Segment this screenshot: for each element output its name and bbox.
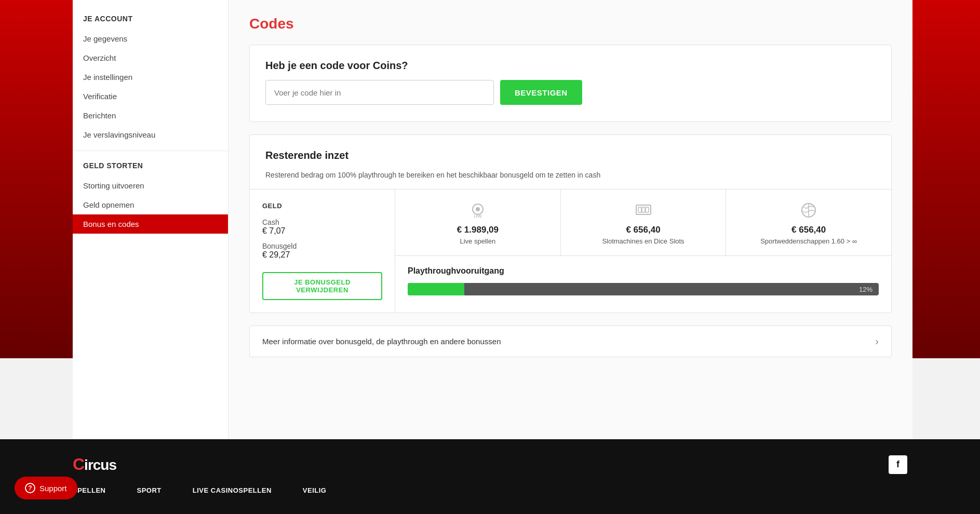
codes-heading: Heb je een code voor Coins? — [265, 60, 876, 72]
right-decorative-bar — [912, 0, 980, 358]
footer-col-veilig: VEILIG — [303, 486, 327, 498]
svg-rect-4 — [638, 207, 641, 212]
sidebar-item-bonus-codes[interactable]: Bonus en codes — [73, 214, 228, 234]
bonusgeld-amount: € 29,27 — [262, 250, 382, 260]
cash-row: Cash € 7,07 — [262, 218, 382, 236]
live-label: Live spellen — [460, 237, 496, 245]
logo-text: Circus — [73, 455, 116, 474]
resterende-subtext: Resterend bedrag om 100% playthrough te … — [265, 170, 876, 181]
svg-point-1 — [476, 207, 480, 211]
footer-veilig-title: VEILIG — [303, 486, 327, 494]
live-amount: € 1.989,09 — [457, 225, 499, 235]
bevestigen-button[interactable]: BEVESTIGEN — [500, 80, 582, 105]
slots-amount: € 656,40 — [626, 225, 660, 235]
geld-section-title: GELD STORTEN — [73, 157, 228, 176]
more-info-text: Meer informatie over bonusgeld, de playt… — [262, 337, 501, 346]
codes-card: Heb je een code voor Coins? BEVESTIGEN — [249, 45, 892, 122]
sidebar-item-berichten[interactable]: Berichten — [73, 106, 228, 125]
sidebar-divider — [73, 151, 228, 151]
support-label: Support — [39, 484, 67, 493]
sports-label: Sportweddenschappen 1.60 > ∞ — [760, 237, 857, 245]
sidebar-item-instellingen[interactable]: Je instellingen — [73, 67, 228, 87]
footer-logo: Circus — [73, 455, 116, 474]
code-input-row: BEVESTIGEN — [265, 80, 876, 105]
resterende-card: Resterende inzet Resterend bedrag om 100… — [249, 134, 892, 313]
page-title: Codes — [249, 16, 892, 32]
remove-bonus-button[interactable]: JE BONUSGELD VERWIJDEREN — [262, 272, 382, 300]
stat-live: LIVE € 1.989,09 Live spellen — [395, 190, 561, 255]
footer-col-spellen: SPELLEN — [73, 486, 105, 498]
sidebar-item-verslavingsniveau[interactable]: Je verslavingsniveau — [73, 125, 228, 144]
sports-amount: € 656,40 — [791, 225, 826, 235]
svg-rect-5 — [642, 207, 645, 212]
progress-bar-fill — [408, 283, 464, 295]
footer-top: Circus f — [73, 455, 907, 474]
geld-label: GELD — [262, 202, 382, 210]
footer-live-title: LIVE CASINOSPELLEN — [193, 486, 272, 494]
progress-title: Playthroughvooruitgang — [408, 266, 879, 276]
progress-label: 12% — [859, 286, 872, 293]
content-area: Codes Heb je een code voor Coins? BEVEST… — [229, 0, 912, 439]
left-decorative-bar — [0, 0, 73, 358]
more-info-row[interactable]: Meer informatie over bonusgeld, de playt… — [249, 326, 892, 357]
cash-amount: € 7,07 — [262, 226, 382, 236]
stats-area: LIVE € 1.989,09 Live spellen — [395, 190, 891, 313]
slots-icon — [633, 200, 654, 221]
cash-label: Cash — [262, 218, 382, 226]
resterende-header: Resterende inzet Resterend bedrag om 100… — [250, 135, 891, 189]
sidebar: JE ACCOUNT Je gegevens Overzicht Je inst… — [73, 0, 229, 439]
bonusgeld-row: Bonusgeld € 29,27 — [262, 242, 382, 260]
stat-slots: € 656,40 Slotmachines en Dice Slots — [561, 190, 727, 255]
account-section-title: JE ACCOUNT — [73, 10, 228, 29]
support-icon: ? — [25, 483, 35, 493]
bonusgeld-label: Bonusgeld — [262, 242, 382, 250]
sidebar-item-overzicht[interactable]: Overzicht — [73, 48, 228, 67]
sidebar-item-gegevens[interactable]: Je gegevens — [73, 29, 228, 48]
progress-bar-container: 12% — [408, 283, 879, 295]
footer-nav: SPELLEN SPORT LIVE CASINOSPELLEN VEILIG — [73, 486, 907, 498]
live-icon: LIVE — [467, 200, 488, 221]
progress-area: Playthroughvooruitgang 12% — [395, 256, 891, 306]
footer-col-live: LIVE CASINOSPELLEN — [193, 486, 272, 498]
footer-sport-title: SPORT — [137, 486, 161, 494]
resterende-body: GELD Cash € 7,07 Bonusgeld € 29,27 JE BO… — [250, 189, 891, 313]
geld-column: GELD Cash € 7,07 Bonusgeld € 29,27 JE BO… — [250, 190, 395, 313]
slots-label: Slotmachines en Dice Slots — [602, 237, 684, 245]
resterende-heading: Resterende inzet — [265, 150, 876, 161]
footer: Circus f SPELLEN SPORT LIVE CASINOSPELLE… — [0, 439, 980, 514]
sidebar-item-storting[interactable]: Storting uitvoeren — [73, 176, 228, 195]
support-button[interactable]: ? Support — [15, 477, 77, 499]
footer-spellen-title: SPELLEN — [73, 486, 105, 494]
svg-rect-6 — [646, 207, 649, 212]
sports-icon — [798, 200, 819, 221]
svg-text:LIVE: LIVE — [474, 214, 482, 218]
code-input[interactable] — [265, 80, 494, 105]
footer-col-sport: SPORT — [137, 486, 161, 498]
stats-icons-row: LIVE € 1.989,09 Live spellen — [395, 190, 891, 256]
sidebar-item-verificatie[interactable]: Verificatie — [73, 87, 228, 106]
chevron-right-icon: › — [875, 335, 879, 347]
stat-sports: € 656,40 Sportweddenschappen 1.60 > ∞ — [726, 190, 891, 255]
sidebar-item-opnemen[interactable]: Geld opnemen — [73, 195, 228, 214]
facebook-icon[interactable]: f — [889, 455, 907, 474]
